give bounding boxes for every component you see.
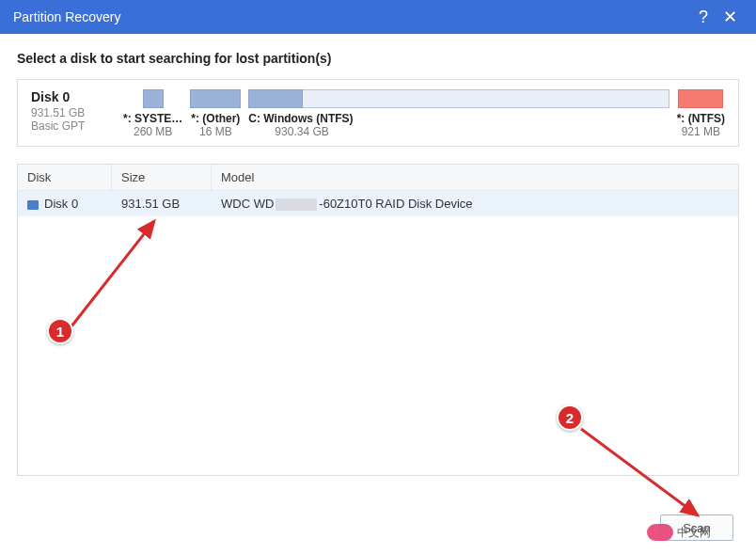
partition-size: 921 MB [682, 125, 720, 138]
disk-icon [27, 200, 39, 210]
disk-map-panel: Disk 0 931.51 GB Basic GPT *: SYSTE… 260… [17, 79, 739, 147]
annotation-badge-2: 2 [557, 404, 583, 431]
cell-size: 931.51 GB [112, 191, 212, 216]
disk-label-column: Disk 0 931.51 GB Basic GPT [31, 89, 116, 133]
watermark-text: 中文网 [677, 525, 711, 541]
partition-label: *: (Other) [191, 112, 240, 125]
disk-row[interactable]: Disk 0 931.51 GB Basic GPT *: SYSTE… 260… [31, 89, 725, 138]
disk-type: Basic GPT [31, 119, 116, 133]
table-row[interactable]: Disk 0 931.51 GB WDC WD-60Z10T0 RAID Dis… [18, 191, 738, 216]
partition-label: *: SYSTE… [123, 112, 182, 125]
column-header-size[interactable]: Size [112, 165, 212, 190]
annotation-badge-1: 1 [47, 318, 73, 344]
redacted-block [276, 198, 317, 211]
watermark-logo-icon [647, 524, 673, 541]
cell-disk: Disk 0 [18, 191, 112, 216]
model-suffix: -60Z10T0 RAID Disk Device [319, 197, 472, 211]
partition-label: *: (NTFS) [677, 112, 725, 125]
watermark: 中文网 [647, 524, 711, 541]
table-header: Disk Size Model [18, 165, 738, 191]
cell-disk-text: Disk 0 [44, 197, 78, 211]
partition-bar-empty [303, 89, 669, 108]
help-icon[interactable]: ? [690, 4, 717, 30]
window-title: Partition Recovery [13, 9, 690, 24]
partition-size: 260 MB [134, 125, 172, 138]
partition-ntfs[interactable]: *: (NTFS) 921 MB [677, 89, 725, 138]
disk-total-size: 931.51 GB [31, 106, 116, 119]
disk-table: Disk Size Model Disk 0 931.51 GB WDC WD-… [17, 164, 739, 476]
partition-system[interactable]: *: SYSTE… 260 MB [123, 89, 182, 138]
disk-name: Disk 0 [31, 89, 116, 104]
close-icon[interactable]: ✕ [717, 4, 743, 30]
partition-size: 16 MB [199, 125, 232, 138]
column-header-disk[interactable]: Disk [18, 165, 112, 190]
model-prefix: WDC WD [221, 197, 274, 211]
column-header-model[interactable]: Model [212, 165, 738, 190]
partition-other[interactable]: *: (Other) 16 MB [190, 89, 241, 138]
partition-bar [248, 89, 303, 108]
cell-model: WDC WD-60Z10T0 RAID Disk Device [212, 191, 738, 216]
partition-bar [190, 89, 241, 108]
instruction-text: Select a disk to start searching for los… [17, 51, 739, 66]
titlebar: Partition Recovery ? ✕ [0, 0, 756, 34]
partition-size: 930.34 GB [275, 125, 328, 138]
partition-bar [678, 89, 723, 108]
partition-bar [143, 89, 164, 108]
partition-label: C: Windows (NTFS) [248, 112, 353, 125]
partition-windows[interactable]: C: Windows (NTFS) 930.34 GB [248, 89, 669, 138]
content-area: Select a disk to start searching for los… [0, 34, 756, 476]
